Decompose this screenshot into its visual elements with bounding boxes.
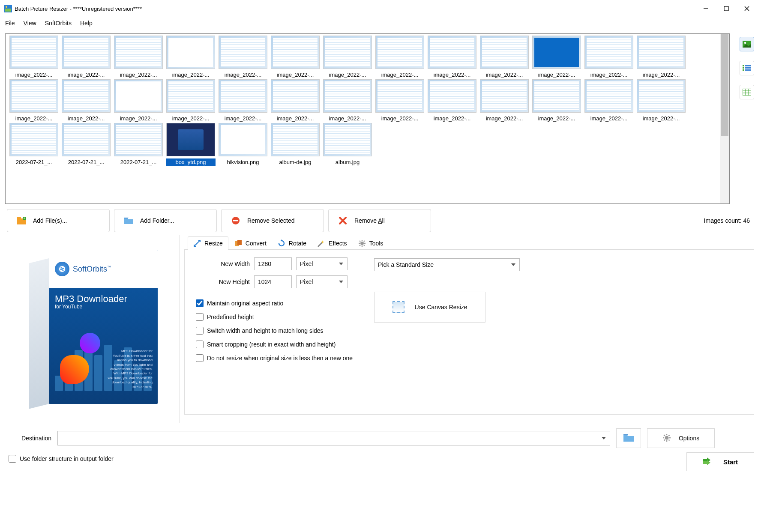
thumbnail-item[interactable]: image_2022-...: [9, 36, 59, 78]
options-button[interactable]: Options: [647, 428, 715, 448]
thumbnail-item[interactable]: image_2022-...: [114, 36, 163, 78]
add-files-icon: +: [17, 216, 26, 225]
thumbnail-label: image_2022-...: [479, 71, 529, 78]
thumbnail-item[interactable]: album.jpg: [323, 123, 372, 166]
remove-selected-button[interactable]: Remove Selected: [221, 209, 324, 232]
thumbnail-label: 2022-07-21_...: [9, 158, 59, 166]
destination-label: Destination: [21, 435, 51, 442]
thumbnail-label: image_2022-...: [636, 71, 686, 78]
maximize-button[interactable]: [716, 2, 736, 15]
app-icon: [4, 5, 12, 12]
thumbnail-image: [114, 79, 163, 113]
thumbnail-label: image_2022-...: [218, 115, 268, 122]
tab-effects[interactable]: Effects: [312, 236, 352, 250]
tab-tools[interactable]: Tools: [353, 236, 389, 250]
thumbnail-item[interactable]: 2022-07-21_...: [61, 123, 111, 166]
thumbnail-label: image_2022-...: [323, 71, 372, 78]
menu-help[interactable]: Help: [80, 20, 93, 27]
thumbnails-scrollbar[interactable]: [720, 34, 729, 203]
thumbnail-image: [428, 36, 476, 69]
thumbnail-image: [114, 36, 163, 69]
tab-resize[interactable]: Resize: [188, 236, 228, 250]
gear-icon: [662, 433, 671, 443]
view-table-button[interactable]: [740, 85, 754, 99]
thumbnail-item[interactable]: image_2022-...: [532, 36, 581, 78]
thumbnail-image: [166, 123, 215, 156]
thumbnail-item[interactable]: image_2022-...: [61, 36, 111, 78]
thumbnail-item[interactable]: image_2022-...: [532, 79, 581, 122]
add-files-button[interactable]: + Add File(s)...: [7, 209, 110, 232]
thumbnail-label: hikvision.png: [218, 158, 268, 166]
maintain-ratio-checkbox[interactable]: Maintain original aspect ratio: [196, 299, 353, 307]
thumbnail-item[interactable]: 2022-07-21_...: [9, 123, 59, 166]
thumbnail-item[interactable]: image_2022-...: [375, 36, 425, 78]
preview-pane: SoftOrbits™ MP3 Downloader for YouTube M…: [7, 235, 180, 423]
thumbnail-image: [62, 123, 111, 156]
start-button[interactable]: Start: [686, 452, 754, 471]
close-button[interactable]: [737, 2, 757, 15]
remove-all-icon: [338, 216, 348, 225]
switch-long-sides-checkbox[interactable]: Switch width and height to match long si…: [196, 327, 353, 335]
thumbnail-label: image_2022-...: [584, 115, 634, 122]
thumbnail-item[interactable]: image_2022-...: [427, 36, 477, 78]
predefined-height-checkbox[interactable]: Predefined height: [196, 313, 353, 321]
minimize-button[interactable]: [696, 2, 716, 15]
thumbnail-item[interactable]: image_2022-...: [375, 79, 425, 122]
thumbnail-item[interactable]: image_2022-...: [427, 79, 477, 122]
tab-convert[interactable]: Convert: [229, 236, 272, 250]
thumbnail-item[interactable]: box_ytd.png: [166, 123, 216, 166]
thumbnail-label: image_2022-...: [114, 71, 163, 78]
remove-all-button[interactable]: Remove All: [328, 209, 431, 232]
thumbnail-item[interactable]: image_2022-...: [584, 79, 634, 122]
standard-size-select[interactable]: Pick a Standard Size: [374, 258, 520, 271]
menu-softorbits[interactable]: SoftOrbits: [45, 20, 72, 27]
smart-cropping-checkbox[interactable]: Smart cropping (result in exact width an…: [196, 341, 353, 348]
use-folder-structure-checkbox[interactable]: Use folder structure in output folder: [9, 455, 114, 463]
height-unit-select[interactable]: Pixel: [296, 275, 348, 288]
svg-rect-10: [743, 67, 744, 69]
thumbnail-item[interactable]: image_2022-...: [270, 36, 320, 78]
thumbnail-item[interactable]: album-de.jpg: [270, 123, 320, 166]
thumbnail-item[interactable]: image_2022-...: [166, 36, 216, 78]
destination-select[interactable]: [57, 431, 610, 445]
thumbnail-item[interactable]: image_2022-...: [270, 79, 320, 122]
view-list-button[interactable]: [740, 61, 754, 75]
thumbnail-image: [480, 36, 529, 69]
thumbnail-image: [166, 36, 215, 69]
thumbnail-item[interactable]: image_2022-...: [218, 36, 268, 78]
thumbnail-item[interactable]: image_2022-...: [9, 79, 59, 122]
new-width-input[interactable]: [254, 257, 292, 270]
thumbnail-label: 2022-07-21_...: [114, 158, 163, 166]
thumbnail-item[interactable]: image_2022-...: [636, 36, 686, 78]
svg-rect-11: [743, 69, 744, 71]
thumbnail-item[interactable]: image_2022-...: [218, 79, 268, 122]
thumbnail-item[interactable]: image_2022-...: [584, 36, 634, 78]
tab-rotate[interactable]: Rotate: [273, 236, 312, 250]
thumbnail-label: image_2022-...: [9, 115, 59, 122]
thumbnail-item[interactable]: image_2022-...: [636, 79, 686, 122]
thumbnail-item[interactable]: image_2022-...: [114, 79, 163, 122]
menu-view[interactable]: View: [24, 20, 36, 27]
menu-file[interactable]: File: [5, 20, 15, 27]
thumbnail-item[interactable]: image_2022-...: [323, 79, 372, 122]
view-thumbnails-button[interactable]: [740, 37, 754, 51]
thumbnail-image: [219, 79, 267, 113]
browse-destination-button[interactable]: [616, 428, 641, 448]
resize-icon: [193, 239, 201, 247]
thumbnail-item[interactable]: image_2022-...: [323, 36, 372, 78]
thumbnail-item[interactable]: image_2022-...: [479, 36, 529, 78]
thumbnail-item[interactable]: image_2022-...: [61, 79, 111, 122]
svg-text:+: +: [23, 217, 25, 221]
thumbnail-item[interactable]: hikvision.png: [218, 123, 268, 166]
thumbnail-item[interactable]: 2022-07-21_...: [114, 123, 163, 166]
thumbnail-item[interactable]: image_2022-...: [479, 79, 529, 122]
add-folder-icon: [124, 216, 133, 225]
no-resize-smaller-checkbox[interactable]: Do not resize when original size is less…: [196, 354, 353, 362]
thumbnail-item[interactable]: image_2022-...: [166, 79, 216, 122]
width-unit-select[interactable]: Pixel: [296, 257, 348, 270]
add-folder-button[interactable]: Add Folder...: [114, 209, 217, 232]
thumbnail-image: [9, 79, 58, 113]
new-height-input[interactable]: [254, 275, 292, 288]
canvas-resize-button[interactable]: Use Canvas Resize: [374, 292, 485, 323]
svg-rect-1: [5, 9, 11, 12]
